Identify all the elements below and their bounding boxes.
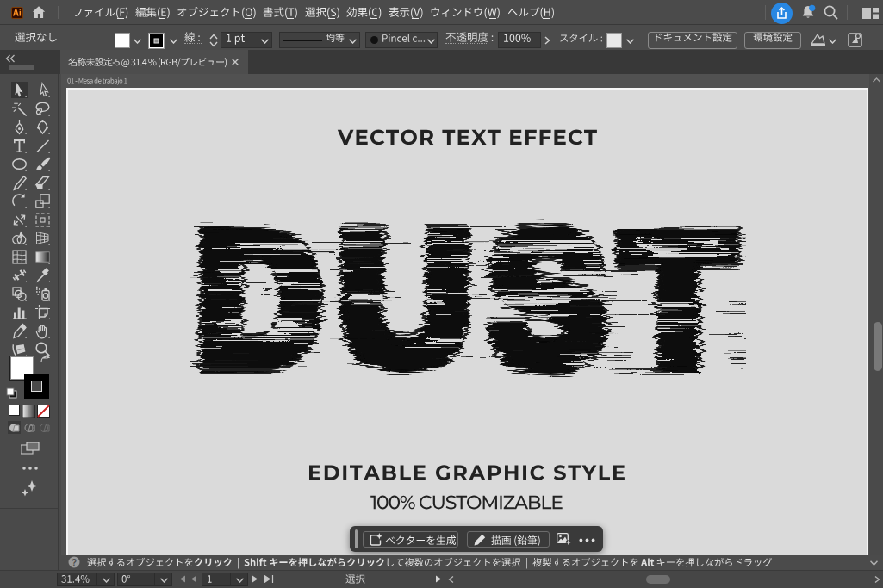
svg-text:?: ? xyxy=(72,558,77,567)
